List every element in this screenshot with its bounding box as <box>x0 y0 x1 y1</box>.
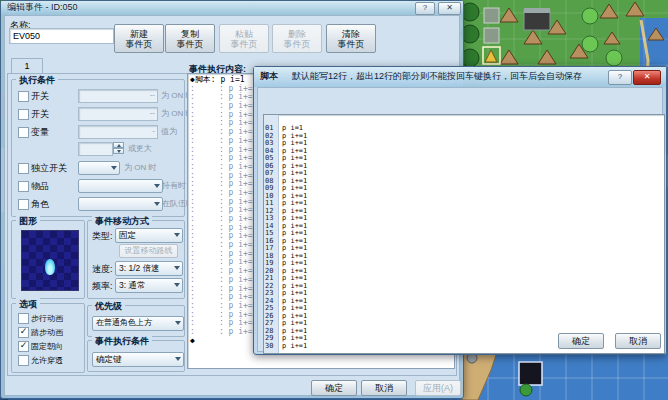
item-label: 物品 <box>31 180 49 193</box>
flame-sprite <box>45 259 55 275</box>
self-switch-select[interactable] <box>78 161 120 175</box>
script-line: 28p i+=1 <box>264 328 664 336</box>
chevron-down-icon <box>175 357 181 361</box>
script-line: 02p i+=1 <box>264 133 664 141</box>
script-line: 22p i+=1 <box>264 283 664 291</box>
walk-anim-checkbox[interactable] <box>18 313 29 324</box>
switch2-label: 开关 <box>31 108 49 121</box>
variable-value-spinner[interactable] <box>78 142 113 156</box>
script-line: 08p i+=1 <box>264 178 664 186</box>
switch2-checkbox[interactable] <box>18 109 29 120</box>
variable-field[interactable]: - <box>78 125 158 139</box>
through-checkbox[interactable] <box>18 355 29 366</box>
clear-page-button[interactable]: 清除 事件页 <box>326 24 376 53</box>
item-checkbox[interactable] <box>18 181 29 192</box>
move-speed-select[interactable]: 3: 1/2 倍速 <box>115 261 183 276</box>
script-line: 19p i+=1 <box>264 260 664 268</box>
actor-select[interactable] <box>78 197 163 211</box>
script-line: 17p i+=1 <box>264 245 664 253</box>
switch1-label: 开关 <box>31 90 49 103</box>
move-route-button[interactable]: 设置移动路线 <box>119 244 178 258</box>
trigger-title: 事件执行条件 <box>92 335 152 348</box>
script-line: 18p i+=1 <box>264 253 664 261</box>
dialog-title: 编辑事件 - ID:050 <box>1 2 78 12</box>
event-name-input[interactable]: EV050 <box>9 28 114 44</box>
script-line: 21p i+=1 <box>264 275 664 283</box>
script-dialog: 脚本默认能写12行，超出12行的部分则不能按回车键换行，回车后会自动保存 ? ✕… <box>253 66 667 355</box>
script-titlebar[interactable]: 脚本默认能写12行，超出12行的部分则不能按回车键换行，回车后会自动保存 <box>254 67 666 87</box>
script-line: 30p i+=1 <box>264 343 664 351</box>
script-line: 03p i+=1 <box>264 140 664 148</box>
script-cancel-button[interactable]: 取消 <box>615 333 661 349</box>
priority-select[interactable]: 在普通角色上方 <box>92 316 184 331</box>
script-line: 27p i+=1 <box>264 320 664 328</box>
help-button[interactable]: ? <box>415 2 435 15</box>
switch1-field[interactable]: -- <box>78 89 158 103</box>
variable-checkbox[interactable] <box>18 127 29 138</box>
script-line: 10p i+=1 <box>264 193 664 201</box>
actor-label: 角色 <box>31 198 49 211</box>
script-line: 16p i+=1 <box>264 238 664 246</box>
script-line: 26p i+=1 <box>264 313 664 321</box>
movement-group: 事件移动方式 类型: 固定 设置移动路线 速度: 3: 1/2 倍速 频率: 3… <box>87 220 185 299</box>
item-select[interactable] <box>78 179 163 193</box>
self-switch-label: 独立开关 <box>31 162 67 175</box>
script-line: 15p i+=1 <box>264 230 664 238</box>
priority-group: 优先级 在普通角色上方 <box>87 305 185 337</box>
step-anim-checkbox[interactable] <box>18 327 29 338</box>
options-title: 选项 <box>16 298 40 311</box>
chevron-down-icon <box>154 202 160 206</box>
script-line: 11p i+=1 <box>264 200 664 208</box>
move-freq-select[interactable]: 3: 通常 <box>115 278 183 293</box>
chevron-down-icon <box>174 283 180 287</box>
script-line: 06p i+=1 <box>264 163 664 171</box>
options-group: 选项 步行动画 踏步动画 固定朝向 允许穿透 <box>11 303 85 373</box>
script-line: 09p i+=1 <box>264 185 664 193</box>
script-close-icon[interactable]: ✕ <box>633 70 661 85</box>
close-icon[interactable]: ✕ <box>438 2 461 15</box>
script-line: 01p i=1 <box>264 125 664 133</box>
graphic-title: 图形 <box>16 215 40 228</box>
script-ok-button[interactable]: 确定 <box>558 333 604 349</box>
script-line: 04p i+=1 <box>264 148 664 156</box>
new-page-button[interactable]: 新建 事件页 <box>114 24 164 53</box>
apply-button[interactable]: 应用(A) <box>415 380 461 396</box>
tab-page-1[interactable]: 1 <box>11 58 43 74</box>
conditions-group: 执行条件 开关 -- 为 ON 时 开关 -- 为 ON 时 变量 - 值为 <box>11 79 185 217</box>
variable-label: 变量 <box>31 126 49 139</box>
paste-page-button[interactable]: 粘贴 事件页 <box>219 24 269 53</box>
chevron-down-icon <box>174 233 180 237</box>
script-line: 23p i+=1 <box>264 290 664 298</box>
cancel-button[interactable]: 取消 <box>361 380 407 396</box>
script-dialog-hint: 默认能写12行，超出12行的部分则不能按回车键换行，回车后会自动保存 <box>292 71 582 81</box>
self-switch-checkbox[interactable] <box>18 163 29 174</box>
switch1-checkbox[interactable] <box>18 91 29 102</box>
script-help-button[interactable]: ? <box>608 70 632 85</box>
switch2-field[interactable]: -- <box>78 107 158 121</box>
delete-page-button[interactable]: 删除 事件页 <box>272 24 322 53</box>
chevron-down-icon <box>111 166 117 170</box>
spinner-down-icon[interactable] <box>113 148 124 154</box>
ok-button[interactable]: 确定 <box>311 380 357 396</box>
script-editor[interactable]: 01p i=102p i+=103p i+=104p i+=105p i+=10… <box>263 114 665 354</box>
copy-page-button[interactable]: 复制 事件页 <box>165 24 215 53</box>
chevron-down-icon <box>154 184 160 188</box>
script-line: 14p i+=1 <box>264 223 664 231</box>
chevron-down-icon <box>174 266 180 270</box>
chevron-down-icon <box>175 321 181 325</box>
script-line: 29p i+=1 <box>264 335 664 343</box>
script-line: 20p i+=1 <box>264 268 664 276</box>
script-line: 13p i+=1 <box>264 215 664 223</box>
actor-checkbox[interactable] <box>18 199 29 210</box>
graphic-preview[interactable] <box>21 230 79 291</box>
script-dialog-title: 脚本 <box>254 71 278 81</box>
script-line: 12p i+=1 <box>264 208 664 216</box>
script-line: 24p i+=1 <box>264 298 664 306</box>
trigger-group: 事件执行条件 确定键 <box>87 340 185 372</box>
fixed-direction-checkbox[interactable] <box>18 341 29 352</box>
conditions-title: 执行条件 <box>16 74 58 87</box>
script-line: 05p i+=1 <box>264 155 664 163</box>
move-type-select[interactable]: 固定 <box>115 228 183 243</box>
trigger-select[interactable]: 确定键 <box>92 352 184 367</box>
edit-event-titlebar[interactable]: 编辑事件 - ID:050 <box>1 1 463 15</box>
